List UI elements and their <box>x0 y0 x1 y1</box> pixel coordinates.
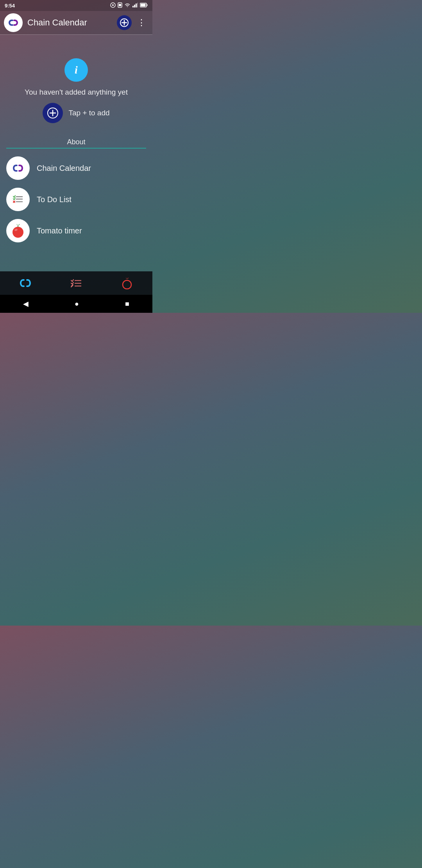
tap-add-row: Tap + to add <box>43 103 109 123</box>
svg-rect-6 <box>136 4 137 7</box>
tap-add-icon <box>43 103 63 123</box>
tomato-icon <box>6 219 30 242</box>
chain-calendar-icon <box>6 156 30 180</box>
about-chain-calendar-label: Chain Calendar <box>37 164 91 173</box>
about-header: About <box>6 138 146 146</box>
svg-rect-3 <box>119 4 121 6</box>
main-content: i You haven't added anything yet Tap + t… <box>0 35 152 258</box>
svg-rect-5 <box>134 5 135 7</box>
empty-state: i You haven't added anything yet Tap + t… <box>25 43 128 135</box>
more-options-button[interactable]: ⋮ <box>135 16 148 29</box>
nav-todo[interactable] <box>51 271 102 295</box>
app-logo-icon <box>4 13 23 32</box>
signal-icon <box>132 3 138 9</box>
todo-icon <box>6 188 30 211</box>
recents-button[interactable]: ■ <box>125 300 129 308</box>
about-section: About Chain Calendar <box>6 138 146 250</box>
back-button[interactable]: ◀ <box>23 299 29 308</box>
status-bar: 9:54 <box>0 0 152 11</box>
svg-point-1 <box>112 4 114 6</box>
sim-icon <box>118 2 122 9</box>
battery-icon <box>140 3 148 9</box>
status-time: 9:54 <box>5 3 15 9</box>
nav-tomato[interactable] <box>102 271 152 295</box>
svg-rect-7 <box>137 3 138 7</box>
about-todo-label: To Do List <box>37 195 72 204</box>
info-icon: i <box>64 58 88 82</box>
status-icons <box>110 2 148 9</box>
about-tomato-label: Tomato timer <box>37 226 82 235</box>
nav-chain-calendar[interactable] <box>0 271 51 295</box>
svg-rect-9 <box>147 4 148 6</box>
about-underline <box>6 148 146 149</box>
app-bar: Chain Calendar ⋮ <box>0 11 152 34</box>
wifi-icon <box>124 3 131 9</box>
about-item-todo[interactable]: To Do List <box>6 188 146 211</box>
svg-rect-10 <box>141 4 146 6</box>
notification-icon <box>110 2 116 9</box>
bottom-nav <box>0 271 152 295</box>
svg-point-33 <box>123 280 131 289</box>
home-button[interactable]: ● <box>75 300 79 308</box>
empty-message: You haven't added anything yet <box>25 88 128 97</box>
add-button[interactable] <box>117 15 132 30</box>
about-item-chain-calendar[interactable]: Chain Calendar <box>6 156 146 180</box>
about-item-tomato[interactable]: Tomato timer <box>6 219 146 242</box>
svg-rect-4 <box>132 6 134 7</box>
android-nav: ◀ ● ■ <box>0 295 152 313</box>
svg-point-26 <box>13 227 23 238</box>
app-bar-actions: ⋮ <box>117 15 148 30</box>
app-title: Chain Calendar <box>27 18 112 28</box>
tap-add-label: Tap + to add <box>68 109 109 117</box>
